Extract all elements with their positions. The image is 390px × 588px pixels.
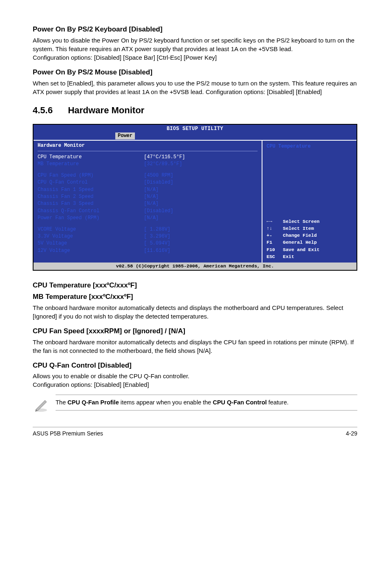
- text: Allows you to disable the Power On by PS…: [33, 37, 354, 52]
- heading-ps2-mouse: Power On By PS/2 Mouse [Disabled]: [33, 67, 357, 77]
- bios-tab-row: Power: [34, 132, 356, 140]
- bios-key-help: ←→Select Screen ↑↓Select Item +-Change F…: [267, 218, 352, 260]
- text: The: [56, 399, 67, 406]
- bios-key-desc: General Help: [283, 240, 317, 245]
- bios-value: [ 3.296V]: [144, 233, 170, 240]
- bios-value: [N/A]: [144, 193, 159, 200]
- bios-key: ←→: [267, 218, 283, 225]
- note-box: The CPU Q-Fan Profile items appear when …: [33, 395, 357, 415]
- pencil-icon: [33, 395, 49, 415]
- text: items appear when you enable the: [119, 399, 213, 406]
- bios-label: MB Temperature: [38, 161, 144, 168]
- bios-screenshot: BIOS SETUP UTILITY Power Hardware Monito…: [33, 124, 357, 271]
- text-bold: CPU Q-Fan Profile: [67, 399, 119, 406]
- bios-label: 3.3V Voltage: [38, 233, 144, 240]
- text: Allows you to enable or disable the CPU …: [33, 373, 190, 379]
- bios-value: [ 1.288V]: [144, 226, 170, 233]
- bios-key-desc: Select Screen: [283, 219, 320, 224]
- paragraph: Allows you to enable or disable the CPU …: [33, 372, 357, 389]
- bios-key-desc: Save and Exit: [283, 247, 320, 252]
- bios-value: [4500 RPM]: [144, 172, 173, 179]
- text: Configuration options: [Disabled] [Enabl…: [33, 381, 149, 388]
- text: Configuration options: [Disabled] [Space…: [33, 54, 217, 61]
- bios-key: ESC: [267, 253, 283, 260]
- bios-value: [N/A]: [144, 200, 159, 207]
- bios-tab-power: Power: [115, 132, 135, 139]
- note-text: The CPU Q-Fan Profile items appear when …: [56, 395, 357, 410]
- bios-key-desc: Exit: [283, 254, 294, 259]
- heading-cpu-temp: CPU Temperature [xxxºC/xxxºF]: [33, 281, 357, 290]
- heading-mb-temp: MB Temperature [xxxºC/xxxºF]: [33, 292, 357, 302]
- bios-key-desc: Select Item: [283, 226, 314, 231]
- section-title: Hardware Monitor: [68, 105, 144, 115]
- bios-label: CPU Temperature: [38, 154, 144, 161]
- bios-value: [N/A]: [144, 215, 159, 222]
- heading-ps2-keyboard: Power On By PS/2 Keyboard [Disabled]: [33, 25, 357, 34]
- bios-right-panel: CPU Temperature ←→Select Screen ↑↓Select…: [262, 141, 356, 263]
- bios-label: Chassis Fan 3 Speed: [38, 200, 144, 207]
- paragraph: The onboard hardware monitor automatical…: [33, 338, 357, 355]
- bios-key: F1: [267, 239, 283, 246]
- bios-key-desc: Change Field: [283, 233, 317, 238]
- bios-value: [Disabled]: [144, 208, 173, 215]
- bios-key: +-: [267, 232, 283, 239]
- bios-value: [32°C/89.5°F]: [144, 161, 182, 168]
- bios-value: [ 5.094V]: [144, 240, 170, 247]
- bios-value: [47°C/116.5°F]: [144, 154, 185, 161]
- page-footer: ASUS P5B Premium Series 4-29: [33, 427, 357, 438]
- paragraph: When set to [Enabled], this parameter al…: [33, 79, 357, 96]
- text-bold: CPU Q-Fan Control: [213, 399, 267, 406]
- bios-key: F10: [267, 246, 283, 253]
- bios-label: 12V Voltage: [38, 247, 144, 254]
- bios-panel-title: Hardware Monitor: [38, 142, 258, 151]
- bios-label: Chassis Fan 1 Speed: [38, 186, 144, 193]
- bios-value: [N/A]: [144, 186, 159, 193]
- text: feature.: [267, 399, 289, 406]
- bios-label: Chassis Q-Fan Control: [38, 208, 144, 215]
- bios-key: ↑↓: [267, 225, 283, 232]
- footer-left: ASUS P5B Premium Series: [33, 430, 103, 438]
- bios-label: VCORE Voltage: [38, 226, 144, 233]
- section-number: 4.5.6: [33, 104, 65, 117]
- paragraph: The onboard hardware monitor automatical…: [33, 303, 357, 321]
- bios-label: 5V Voltage: [38, 240, 144, 247]
- heading-cpu-fan-speed: CPU Fan Speed [xxxxRPM] or [Ignored] / […: [33, 326, 357, 336]
- bios-title: BIOS SETUP UTILITY: [34, 125, 356, 132]
- heading-hardware-monitor: 4.5.6 Hardware Monitor: [33, 104, 357, 117]
- paragraph: Allows you to disable the Power On by PS…: [33, 36, 357, 62]
- bios-label: Power Fan Speed (RPM): [38, 215, 144, 222]
- bios-help-title: CPU Temperature: [267, 143, 352, 150]
- bios-value: [Disabled]: [144, 179, 173, 186]
- footer-page-number: 4-29: [346, 430, 357, 438]
- bios-label: Chassis Fan 2 Speed: [38, 193, 144, 200]
- bios-value: [11.616V]: [144, 247, 170, 254]
- bios-footer: v02.58 (C)Copyright 1985-2006, American …: [34, 263, 356, 270]
- bios-label: CPU Fan Speed (RPM): [38, 172, 144, 179]
- heading-cpu-qfan: CPU Q-Fan Control [Disabled]: [33, 361, 357, 370]
- bios-left-panel: Hardware Monitor CPU Temperature[47°C/11…: [34, 141, 262, 263]
- bios-label: CPU Q-Fan Control: [38, 179, 144, 186]
